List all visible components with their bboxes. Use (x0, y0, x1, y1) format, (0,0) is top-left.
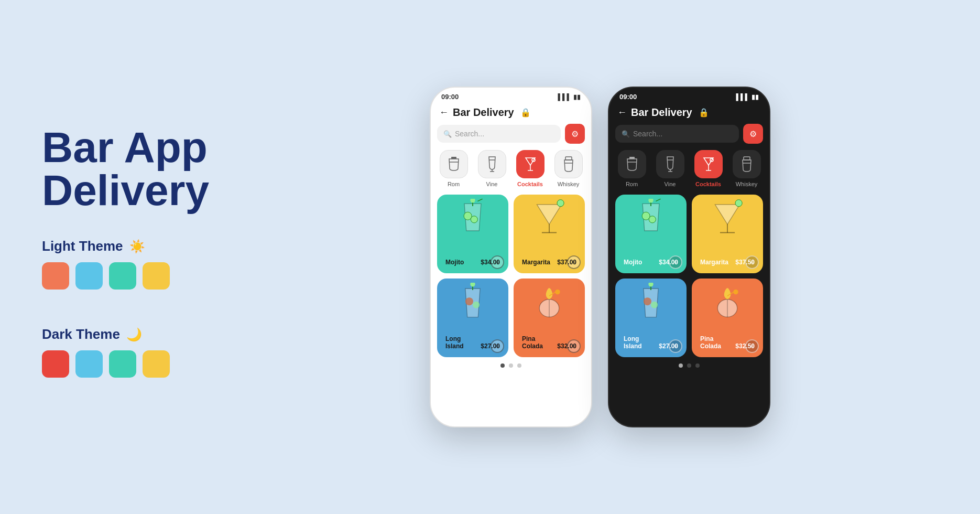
light-cat-vine[interactable]: Vine (478, 150, 506, 187)
svg-point-19 (465, 297, 473, 305)
light-header-title: Bar Delivery (453, 106, 514, 119)
dark-search-input[interactable]: 🔍 Search... (615, 125, 739, 143)
light-margarita-name: Margarita (522, 259, 550, 266)
dark-card-margarita[interactable]: Margarita $37.50 + (692, 195, 763, 273)
light-search-input[interactable]: 🔍 Search... (437, 125, 561, 143)
svg-point-14 (470, 199, 475, 203)
svg-point-44 (735, 200, 742, 207)
dark-cat-vine[interactable]: Vine (656, 150, 684, 187)
dark-swatch-4 (143, 350, 170, 378)
cat-icon-vine (478, 150, 506, 178)
svg-point-40 (648, 199, 653, 203)
app-title-line1: Bar App (42, 126, 262, 169)
dark-cat-label-cocktails: Cocktails (695, 181, 721, 187)
light-pinacolada-name: Pina Colada (522, 335, 557, 350)
light-swatch-1 (42, 262, 69, 290)
light-card-margarita[interactable]: Margarita $37.00 + (514, 195, 585, 273)
light-card-mojito[interactable]: Mojito $34.00 + (437, 195, 508, 273)
light-theme-label-text: Light Theme (42, 238, 123, 254)
dark-header-left: ← Bar Delivery 🔒 (617, 106, 709, 119)
dark-longisland-price: $27.00 (659, 342, 678, 350)
dark-cat-label-rom: Rom (626, 181, 638, 187)
light-swatches (42, 262, 262, 290)
dark-card-longisland[interactable]: Long Island $27.00 + (615, 279, 687, 357)
svg-point-51 (733, 290, 738, 294)
dark-categories: Rom Vine (609, 150, 769, 195)
svg-line-41 (656, 199, 660, 201)
dark-header-title: Bar Delivery (631, 106, 692, 119)
dark-cat-label-vine: Vine (665, 181, 676, 187)
light-nav-dot-2 (509, 363, 513, 368)
light-mojito-price: $34.00 (481, 259, 500, 266)
svg-rect-35 (744, 157, 750, 160)
light-search-row: 🔍 Search... ⚙ (431, 124, 591, 150)
svg-rect-8 (565, 157, 572, 160)
svg-point-18 (557, 200, 564, 207)
filter-icon: ⚙ (571, 129, 579, 139)
dark-margarita-name: Margarita (700, 259, 728, 266)
light-card-pinacolada[interactable]: Pina Colada $32.00 + (514, 279, 585, 357)
dark-cat-icon-cocktails-active (694, 150, 723, 178)
dark-theme-label-text: Dark Theme (42, 326, 120, 342)
dark-pinacolada-name: Pina Colada (700, 335, 735, 350)
light-nav-dot-1 (500, 363, 505, 368)
back-arrow-icon[interactable]: ← (439, 107, 449, 118)
svg-point-11 (464, 212, 472, 220)
dark-app-header: ← Bar Delivery 🔒 (609, 103, 769, 124)
dark-theme-label-row: Dark Theme 🌙 (42, 326, 262, 342)
dark-mojito-name: Mojito (624, 259, 642, 266)
light-card-longisland[interactable]: Long Island $27.00 + (437, 279, 508, 357)
light-theme-label-row: Light Theme ☀️ (42, 238, 262, 254)
dark-filter-btn[interactable]: ⚙ (743, 124, 763, 144)
light-status-icons: ▌▌▌ ▮▮ (558, 93, 581, 101)
dark-status-bar: 09:00 ▌▌▌ ▮▮ (609, 88, 769, 103)
dark-cat-cocktails[interactable]: Cocktails (694, 150, 723, 187)
dark-phone: 09:00 ▌▌▌ ▮▮ ← Bar Delivery 🔒 🔍 Search. (608, 87, 770, 427)
light-swatch-3 (109, 262, 136, 290)
light-cat-whiskey[interactable]: Whiskey (554, 150, 583, 187)
moon-icon: 🌙 (126, 327, 142, 342)
cat-icon-cocktails-active (516, 150, 545, 178)
dark-cat-rom[interactable]: Rom (618, 150, 646, 187)
dark-back-arrow-icon[interactable]: ← (617, 107, 627, 118)
light-nav-dot-3 (517, 363, 521, 368)
dark-cat-whiskey[interactable]: Whiskey (733, 150, 761, 187)
dark-margarita-price: $37.50 (735, 259, 755, 266)
dark-card-mojito[interactable]: Mojito $34.00 + (615, 195, 687, 273)
dark-lock-icon: 🔒 (699, 108, 709, 117)
cat-label-vine: Vine (486, 181, 498, 187)
dark-bottom-nav (609, 357, 769, 374)
cat-label-rom: Rom (448, 181, 460, 187)
dark-search-placeholder: Search... (633, 130, 662, 138)
light-longisland-name: Long Island (445, 335, 481, 350)
dark-nav-dot-1 (679, 363, 683, 368)
light-status-bar: 09:00 ▌▌▌ ▮▮ (431, 88, 591, 103)
dark-nav-dot-3 (695, 363, 700, 368)
signal-icon: ▌▌▌ (558, 93, 571, 101)
dark-cat-label-whiskey: Whiskey (736, 181, 758, 187)
svg-point-20 (473, 302, 480, 308)
sun-icon: ☀️ (129, 239, 145, 254)
light-longisland-price: $27.00 (481, 342, 500, 350)
dark-swatch-2 (75, 350, 103, 378)
main-title-block: Bar App Delivery (42, 126, 262, 212)
dark-search-icon: 🔍 (622, 130, 630, 138)
dark-card-pinacolada[interactable]: Pina Colada $32.50 + (692, 279, 763, 357)
svg-point-22 (470, 283, 475, 287)
light-search-placeholder: Search... (455, 130, 484, 138)
light-filter-btn[interactable]: ⚙ (565, 124, 585, 144)
light-theme-section: Light Theme ☀️ (42, 238, 262, 300)
light-cat-cocktails[interactable]: Cocktails (516, 150, 545, 187)
dark-product-grid: Mojito $34.00 + Margarita $37.5 (609, 195, 769, 357)
dark-cat-icon-vine (656, 150, 684, 178)
app-title-line2: Delivery (42, 169, 262, 212)
dark-theme-section: Dark Theme 🌙 (42, 326, 262, 388)
svg-point-46 (651, 302, 658, 308)
light-cat-rom[interactable]: Rom (440, 150, 468, 187)
dark-pinacolada-price: $32.50 (735, 342, 755, 350)
battery-icon: ▮▮ (573, 93, 581, 101)
dark-swatches (42, 350, 262, 378)
light-swatch-4 (143, 262, 170, 290)
light-status-time: 09:00 (441, 93, 459, 101)
search-icon: 🔍 (443, 130, 452, 138)
